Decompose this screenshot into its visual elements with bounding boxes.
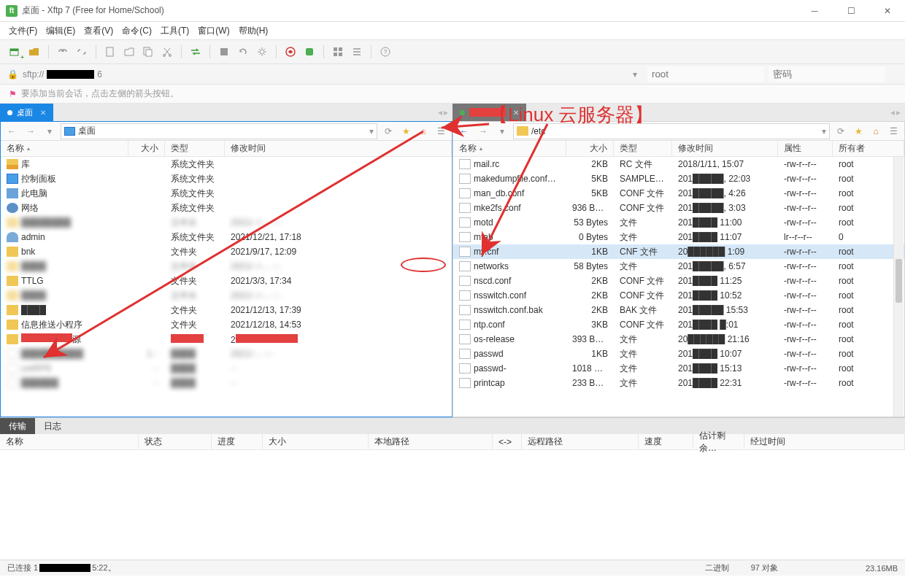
tab-prev-icon[interactable]: ◂ xyxy=(890,107,895,117)
link-icon[interactable] xyxy=(55,44,71,60)
unlink-icon[interactable] xyxy=(74,44,90,60)
col-type[interactable]: 类型 xyxy=(614,141,672,156)
col-date[interactable]: 修改时间 xyxy=(672,141,778,156)
menu-file[interactable]: 文件(F) xyxy=(9,25,37,37)
xcol-eta[interactable]: 估计剩余… xyxy=(693,434,744,449)
refresh-icon[interactable] xyxy=(235,44,251,60)
menu-view[interactable]: 查看(V) xyxy=(84,25,113,37)
xcol-elapsed[interactable]: 经过时间 xyxy=(744,434,905,449)
table-row[interactable]: printcap233 Bytes文件201████ 22:31-rw-r--r… xyxy=(453,376,904,390)
table-row[interactable]: 控制面板系统文件夹 xyxy=(1,171,452,186)
minimize-button[interactable]: ─ xyxy=(803,2,826,20)
list-icon[interactable] xyxy=(349,44,365,60)
refresh-icon[interactable]: ⟳ xyxy=(380,123,396,139)
user-input[interactable] xyxy=(647,66,764,82)
tab-remote-server[interactable]: ✕ xyxy=(452,104,526,121)
tab-prev-icon[interactable]: ◂ xyxy=(438,107,442,117)
xcol-name[interactable]: 名称 xyxy=(0,434,139,449)
copy-icon[interactable] xyxy=(140,44,156,60)
nav-dropdown-icon[interactable]: ▾ xyxy=(494,123,510,139)
scrollbar-thumb[interactable] xyxy=(896,259,902,303)
back-icon[interactable]: ← xyxy=(4,123,20,139)
col-attr[interactable]: 属性 xyxy=(778,141,833,156)
tab-local-desktop[interactable]: 桌面 ✕ xyxy=(0,104,53,121)
table-row[interactable]: ██████████1···████2021/··, ··:·· xyxy=(1,347,452,361)
back-icon[interactable]: ← xyxy=(456,123,472,139)
table-row[interactable]: passwd1KB文件201████ 10:07-rw-r--r--root xyxy=(453,347,904,361)
password-input[interactable] xyxy=(769,66,885,82)
maximize-button[interactable]: ☐ xyxy=(839,2,863,20)
path-dropdown-icon[interactable]: ▾ xyxy=(822,126,826,136)
new-folder-icon[interactable] xyxy=(121,44,137,60)
table-row[interactable]: 信息推送小程序文件夹2021/12/18, 14:53 xyxy=(1,317,452,332)
col-name[interactable]: 名称 xyxy=(1,141,128,156)
forward-icon[interactable]: → xyxy=(23,123,39,139)
gear-icon[interactable] xyxy=(254,44,270,60)
table-row[interactable]: passwd-1018 Byt…文件201████ 15:13-rw-r--r-… xyxy=(453,361,904,376)
table-row[interactable]: 此电脑系统文件夹 xyxy=(1,186,452,201)
table-row[interactable]: bnk文件夹2021/9/17, 12:09 xyxy=(1,244,452,259)
col-size[interactable]: 大小 xyxy=(128,141,165,156)
col-owner[interactable]: 所有者 xyxy=(833,141,904,156)
address-dropdown-icon[interactable]: ▾ xyxy=(633,69,643,80)
xcol-size[interactable]: 大小 xyxy=(263,434,369,449)
table-row[interactable]: ████文件夹2021/12/13, 17:39 xyxy=(1,303,452,317)
tab-close-icon[interactable]: ✕ xyxy=(40,109,46,117)
nav-dropdown-icon[interactable]: ▾ xyxy=(42,123,58,139)
transfer-icon[interactable] xyxy=(188,44,204,60)
col-date[interactable]: 修改时间 xyxy=(225,141,452,156)
xcol-progress[interactable]: 进度 xyxy=(212,434,263,449)
new-file-icon[interactable] xyxy=(102,44,118,60)
menu-help[interactable]: 帮助(H) xyxy=(239,25,269,37)
table-row[interactable]: 源2 xyxy=(1,332,452,347)
table-row[interactable]: 网络系统文件夹 xyxy=(1,201,452,215)
table-row[interactable]: admin系统文件夹2021/12/21, 17:18 xyxy=(1,230,452,244)
path-input-local[interactable]: 桌面 ▾ xyxy=(61,123,377,139)
stop-icon[interactable] xyxy=(216,44,232,60)
table-row[interactable]: 库系统文件夹 xyxy=(1,157,452,171)
table-row[interactable]: motd53 Bytes文件201████ 11:00-rw-r--r--roo… xyxy=(453,215,904,230)
tab-transfer[interactable]: 传输 xyxy=(0,418,35,434)
tab-next-icon[interactable]: ▸ xyxy=(896,107,901,117)
open-session-icon[interactable] xyxy=(26,44,42,60)
menu-command[interactable]: 命令(C) xyxy=(122,25,152,37)
col-name[interactable]: 名称 xyxy=(453,141,566,156)
xcol-local[interactable]: 本地路径 xyxy=(369,434,493,449)
menu-tools[interactable]: 工具(T) xyxy=(161,25,189,37)
table-row[interactable]: man_db.conf5KBCONF 文件201█████, 4:26-rw-r… xyxy=(453,186,904,201)
table-row[interactable]: os-release393 Bytes文件20██████ 21:16-rw-r… xyxy=(453,332,904,347)
table-row[interactable]: ntp.conf3KBCONF 文件201████ █:01-rw-r--r--… xyxy=(453,317,904,332)
grid-icon[interactable] xyxy=(330,44,346,60)
table-row[interactable]: ██████···████··· xyxy=(1,376,452,390)
tab-close-icon[interactable]: ✕ xyxy=(513,109,519,117)
table-row[interactable]: ████文件夹2021/··/··, ··:·· xyxy=(1,288,452,303)
home-icon[interactable]: ⌂ xyxy=(415,123,431,139)
table-row[interactable]: nsswitch.conf.bak2KBBAK 文件201█████ 15:53… xyxy=(453,303,904,317)
home-icon[interactable]: ⌂ xyxy=(868,123,884,139)
table-row[interactable]: networks58 Bytes文件201█████, 6:57-rw-r--r… xyxy=(453,259,904,274)
help-icon[interactable]: ? xyxy=(377,44,393,60)
table-row[interactable]: nscd.conf2KBCONF 文件201████ 11:25-rw-r--r… xyxy=(453,274,904,288)
close-button[interactable]: ✕ xyxy=(876,2,899,20)
xshell-icon[interactable] xyxy=(282,44,299,60)
table-row[interactable]: ████████文件夹2021/··/··, ··:·· xyxy=(1,215,452,230)
xcol-remote[interactable]: 远程路径 xyxy=(522,434,639,449)
xcol-status[interactable]: 状态 xyxy=(139,434,212,449)
refresh-icon[interactable]: ⟳ xyxy=(833,123,849,139)
menu-edit[interactable]: 编辑(E) xyxy=(46,25,75,37)
table-row[interactable]: mail.rc2KBRC 文件2018/1/11, 15:07-rw-r--r-… xyxy=(453,157,904,171)
table-row[interactable]: nsswitch.conf2KBCONF 文件201████ 10:52-rw-… xyxy=(453,288,904,303)
table-row[interactable]: mke2fs.conf936 BytesCONF 文件201█████, 3:0… xyxy=(453,201,904,215)
path-dropdown-icon[interactable]: ▾ xyxy=(369,126,374,136)
table-row[interactable]: ████文件夹2021/··/··, ··:·· xyxy=(1,259,452,274)
table-row[interactable]: TTLG文件夹2021/3/3, 17:34 xyxy=(1,274,452,288)
forward-icon[interactable]: → xyxy=(475,123,491,139)
tab-next-icon[interactable]: ▸ xyxy=(444,107,448,117)
table-row[interactable]: mtab0 Bytes文件201████ 11:07lr--r--r--0 xyxy=(453,230,904,244)
star-icon[interactable]: ★ xyxy=(398,123,414,139)
menu-window[interactable]: 窗口(W) xyxy=(198,25,229,37)
col-type[interactable]: 类型 xyxy=(165,141,225,156)
xcol-dir[interactable]: <-> xyxy=(493,434,522,449)
list-icon[interactable]: ☰ xyxy=(433,123,449,139)
path-input-remote[interactable]: /etc ▾ xyxy=(513,123,830,139)
